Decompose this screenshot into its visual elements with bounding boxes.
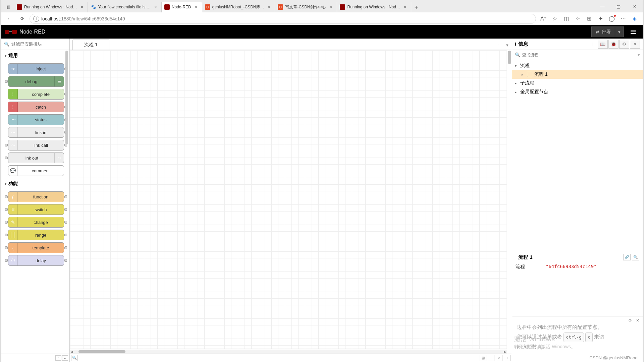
node-port-in[interactable]: [5, 234, 8, 236]
workspace-tab-flow1[interactable]: 流程 1: [72, 40, 109, 50]
flow-canvas[interactable]: [70, 50, 507, 349]
add-flow-button[interactable]: ＋: [493, 40, 502, 50]
sidebar-search-input[interactable]: [522, 53, 636, 57]
palette-list[interactable]: ▾通用➜injectdebug≣!complete!catch〰status⤳l…: [1, 50, 69, 354]
close-icon[interactable]: ×: [193, 4, 199, 10]
zoom-in-button[interactable]: +: [504, 355, 511, 361]
tab-manager-button[interactable]: ▥: [3, 1, 14, 12]
profile-icon[interactable]: ◯: [606, 13, 617, 24]
collections-icon[interactable]: ⊞: [584, 13, 594, 24]
palette-node-inject[interactable]: ➜inject: [8, 63, 64, 74]
node-port-in[interactable]: [5, 246, 8, 249]
deploy-menu-caret[interactable]: ▾: [615, 26, 624, 37]
hscroll-right-arrow[interactable]: ▶: [503, 350, 507, 354]
canvas-vscroll-thumb[interactable]: [508, 51, 511, 64]
close-icon[interactable]: ×: [328, 4, 334, 10]
footer-search-button[interactable]: 🔍: [71, 355, 78, 361]
url-box[interactable]: i localhost:1880/#flow/64fc66933d54c149: [30, 14, 536, 24]
node-port-in[interactable]: [5, 157, 8, 159]
palette-node-delay[interactable]: ⏱delay: [8, 255, 64, 266]
split-screen-icon[interactable]: ◫: [561, 13, 572, 24]
palette-node-range[interactable]: │║range: [8, 230, 64, 240]
close-icon[interactable]: ×: [266, 4, 272, 10]
canvas-hscroll-thumb[interactable]: [78, 350, 125, 353]
tip-refresh-button[interactable]: ⟳: [627, 318, 633, 323]
node-port-in[interactable]: [5, 144, 8, 146]
flow-menu-caret[interactable]: ▾: [502, 40, 512, 50]
zoom-reset-button[interactable]: ○: [496, 355, 502, 361]
window-close-button[interactable]: ✕: [627, 0, 643, 12]
node-port-in[interactable]: [5, 259, 8, 262]
browser-tab-4[interactable]: C 写文章-CSDN创作中心 ×: [275, 2, 337, 12]
node-port-out[interactable]: [64, 208, 67, 211]
info-link-button[interactable]: 🔗: [623, 254, 631, 260]
favorite-icon[interactable]: ☆: [549, 13, 560, 24]
hscroll-left-arrow[interactable]: ◀: [70, 350, 74, 354]
node-port-out[interactable]: [64, 246, 67, 249]
sidebar-tab-menu[interactable]: ▾: [630, 40, 640, 49]
node-port-out[interactable]: [64, 234, 67, 236]
node-port-in[interactable]: [5, 195, 8, 198]
window-maximize-button[interactable]: ▢: [610, 0, 627, 12]
back-button[interactable]: ←: [4, 13, 15, 24]
sidebar-tab-info[interactable]: i: [587, 40, 597, 49]
palette-node-link-out[interactable]: link out⤳: [8, 153, 64, 163]
read-aloud-icon[interactable]: A⁺: [538, 13, 549, 24]
window-minimize-button[interactable]: —: [594, 0, 610, 12]
extensions-icon[interactable]: ✦: [595, 13, 606, 24]
palette-node-function[interactable]: ƒfunction: [8, 191, 64, 202]
more-icon[interactable]: ⋯: [618, 13, 629, 24]
palette-scrollbar-thumb[interactable]: [65, 51, 68, 144]
sidebar-tab-help[interactable]: 📖: [598, 40, 608, 49]
palette-collapse-button[interactable]: ⌃: [55, 355, 61, 361]
tree-flow1[interactable]: ▸ 流程 1: [512, 70, 643, 79]
palette-node-complete[interactable]: !complete: [8, 89, 64, 100]
tree-global-config[interactable]: ▸全局配置节点: [512, 87, 643, 96]
close-icon[interactable]: ×: [79, 4, 85, 10]
favorites-bar-icon[interactable]: ✧: [572, 13, 583, 24]
palette-node-template[interactable]: {template: [8, 242, 64, 253]
node-port-out[interactable]: [64, 221, 67, 224]
chevron-down-icon[interactable]: ▾: [638, 52, 640, 57]
tree-subflows[interactable]: ▸子流程: [512, 79, 643, 87]
palette-expand-button[interactable]: ⌄: [62, 355, 68, 361]
palette-category[interactable]: ▾通用: [1, 50, 64, 61]
refresh-button[interactable]: ⟳: [17, 13, 28, 24]
palette-search[interactable]: 🔍: [1, 39, 69, 50]
browser-tab-0[interactable]: Running on Windows : Nod… ×: [14, 2, 88, 12]
palette-node-status[interactable]: 〰status: [8, 114, 64, 125]
deploy-button[interactable]: ⇄ 部署: [591, 26, 615, 37]
browser-tab-5[interactable]: Running on Windows : Nod… ×: [337, 2, 411, 12]
sidebar-split-handle[interactable]: [512, 248, 643, 251]
new-tab-button[interactable]: +: [411, 2, 421, 12]
sidebar-tab-config[interactable]: ⚙: [619, 40, 629, 49]
close-icon[interactable]: ×: [402, 4, 408, 10]
palette-node-link-in[interactable]: ⤳link in: [8, 127, 64, 138]
browser-tab-2[interactable]: Node-RED ×: [162, 2, 202, 13]
info-search-button[interactable]: 🔍: [632, 254, 639, 260]
browser-tab-3[interactable]: C geniusNMRobot_-CSDN博… ×: [202, 2, 275, 12]
sidebar-tab-debug[interactable]: 🐞: [608, 40, 619, 49]
node-port-in[interactable]: [5, 208, 8, 211]
copilot-icon[interactable]: ◈: [629, 13, 640, 24]
palette-node-change[interactable]: ✎change: [8, 217, 64, 228]
site-info-icon[interactable]: i: [33, 16, 39, 22]
browser-tab-1[interactable]: 🐾 Your flow credentials file is … ×: [88, 2, 161, 12]
main-menu-button[interactable]: [627, 26, 639, 37]
palette-search-input[interactable]: [11, 42, 68, 47]
node-port-in[interactable]: [5, 221, 8, 224]
close-icon[interactable]: ×: [153, 4, 159, 10]
zoom-out-button[interactable]: −: [488, 355, 494, 361]
node-port-in[interactable]: [5, 80, 8, 83]
palette-node-catch[interactable]: !catch: [8, 102, 64, 112]
node-port-out[interactable]: [64, 195, 67, 198]
node-port-out[interactable]: [64, 259, 67, 262]
palette-category[interactable]: ▾功能: [1, 178, 64, 189]
navigator-button[interactable]: ▦: [480, 355, 486, 361]
palette-node-link-call[interactable]: ⤳link call: [8, 140, 64, 150]
sidebar-search[interactable]: 🔍 ▾: [512, 50, 643, 60]
palette-node-comment[interactable]: 💬comment: [8, 165, 64, 176]
palette-node-debug[interactable]: debug≣: [8, 76, 64, 87]
palette-node-switch[interactable]: ⤲switch: [8, 204, 64, 215]
tip-close-button[interactable]: ✕: [635, 318, 641, 323]
